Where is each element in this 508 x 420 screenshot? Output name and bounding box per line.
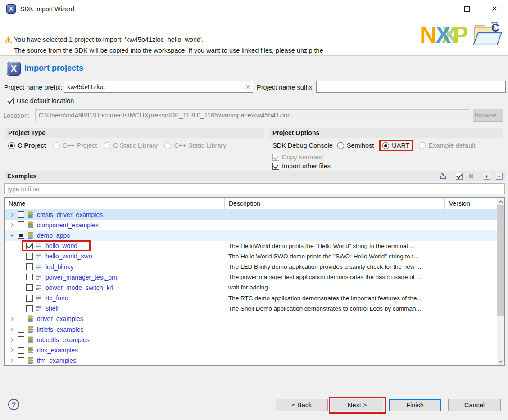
example-row-driver_examples[interactable]: driver_examples (5, 314, 497, 324)
dialog-body: X Import projects Project name prefix: ✕… (0, 56, 508, 420)
option-import-other-files[interactable]: Import other files (272, 163, 503, 170)
console-option-semihost[interactable]: Semihost (337, 142, 374, 149)
example-file-icon (36, 305, 42, 312)
finish-button[interactable]: Finish (389, 399, 441, 411)
column-header-name[interactable]: Name (5, 198, 224, 209)
import-tray-icon[interactable] (439, 172, 448, 181)
chevron-right-icon[interactable] (9, 221, 16, 229)
checkbox-icon (272, 154, 279, 161)
version-cell (444, 314, 497, 324)
chevron-right-icon[interactable] (9, 315, 16, 322)
radio-icon (164, 142, 171, 149)
tree-name-cell: mbedtls_examples (5, 334, 224, 345)
tree-item-label[interactable]: tfm_examples (37, 357, 76, 364)
toolbar-separator (451, 172, 451, 180)
version-cell (444, 282, 497, 293)
project-type-option-c-static-library: C++ Static Library (164, 142, 226, 149)
description-cell: The RTC demo application demonstrates th… (224, 293, 444, 303)
next-button[interactable]: Next > (331, 399, 383, 411)
example-row-demo_apps[interactable]: demo_apps (5, 230, 497, 240)
suffix-input[interactable] (316, 81, 506, 93)
checkbox-icon (18, 211, 24, 218)
chevron-right-icon[interactable] (9, 336, 16, 343)
project-type-option-c-project[interactable]: C Project (8, 142, 46, 149)
warning-message-line1: You have selected 1 project to import: '… (14, 36, 204, 43)
tree-item-label[interactable]: rtos_examples (37, 347, 78, 354)
tree-item-label[interactable]: cmsis_driver_examples (37, 211, 103, 218)
close-button[interactable]: ✕ (484, 0, 505, 18)
scrollbar-thumb[interactable] (497, 205, 504, 316)
example-file-icon (36, 274, 42, 281)
example-row-rtc_func[interactable]: rtc_funcThe RTC demo application demonst… (5, 293, 497, 303)
project-type-title: Project Type (5, 128, 264, 138)
tree-item-label[interactable]: component_examples (37, 221, 99, 229)
clear-prefix-icon[interactable]: ✕ (245, 83, 251, 90)
chevron-right-icon[interactable] (9, 357, 16, 364)
chevron-right-icon[interactable] (9, 326, 16, 333)
example-row-mbedtls_examples[interactable]: mbedtls_examples (5, 334, 497, 345)
maximize-button[interactable] (457, 0, 477, 18)
checkbox-label: Copy sources (282, 154, 322, 161)
tree-item-label[interactable]: driver_examples (37, 315, 83, 322)
tree-item-label[interactable]: demo_apps (37, 232, 70, 239)
column-header-description[interactable]: Description (224, 198, 444, 209)
tree-name-cell: littlefs_examples (5, 324, 224, 334)
tree-item-label[interactable]: hello_world (45, 242, 77, 249)
scroll-down-icon[interactable] (497, 357, 504, 365)
help-button[interactable]: ? (8, 399, 19, 410)
tree-item-label[interactable]: led_blinky (45, 263, 73, 271)
filter-input[interactable] (4, 183, 505, 194)
example-row-hello_world_swo[interactable]: hello_world_swoThe Hello World SWO demo … (5, 251, 497, 262)
radio-label: C++ Project (63, 142, 97, 149)
tree-item-label[interactable]: rtc_func (45, 294, 68, 302)
checkbox-icon (26, 243, 33, 249)
example-row-cmsis_driver_examples[interactable]: cmsis_driver_examples (5, 209, 497, 220)
back-button[interactable]: < Back (276, 399, 328, 411)
tree-item-label[interactable]: mbedtls_examples (37, 336, 90, 343)
prefix-input[interactable] (64, 81, 253, 93)
tree-item-label[interactable]: power_manager_test_bm (45, 274, 117, 281)
c-project-folder-icon: C (472, 21, 504, 50)
minimize-button[interactable] (428, 0, 449, 18)
chevron-right-icon[interactable] (9, 211, 16, 218)
tree-item-label[interactable]: hello_world_swo (45, 253, 92, 260)
tree-item-label[interactable]: shell (45, 305, 59, 312)
example-row-rtos_examples[interactable]: rtos_examples (5, 345, 497, 355)
tree-item-label[interactable]: power_mode_switch_k4 (45, 284, 113, 291)
example-row-power_manager_test_bm[interactable]: power_manager_test_bmThe power manager t… (5, 272, 497, 282)
example-row-littlefs_examples[interactable]: littlefs_examples (5, 324, 497, 334)
version-cell (444, 345, 497, 355)
browse-button: Browse... (473, 109, 503, 122)
checkbox-icon (18, 316, 24, 322)
example-row-hello_world[interactable]: hello_worldThe HelloWorld demo prints th… (5, 241, 497, 251)
version-cell (444, 230, 497, 240)
scroll-up-icon[interactable] (497, 198, 504, 205)
expand-all-icon[interactable]: + (482, 172, 491, 181)
checkbox-label: Import other files (282, 163, 331, 170)
use-default-location-checkbox[interactable]: Use default location (7, 97, 74, 104)
cancel-button[interactable]: Cancel (448, 399, 501, 411)
chevron-down-icon[interactable] (9, 232, 16, 239)
location-value: C:\Users\nxf49881\Documents\MCUXpressoID… (35, 109, 469, 121)
svg-text:C: C (491, 22, 499, 34)
radio-icon (104, 142, 110, 149)
category-icon (27, 326, 34, 333)
console-option-uart[interactable]: UART (379, 140, 413, 151)
warning-icon: ! (5, 36, 12, 45)
column-header-version[interactable]: Version (444, 198, 497, 209)
example-row-power_mode_switch_k4[interactable]: power_mode_switch_k4wait for adding. (5, 282, 497, 293)
tree-name-cell: hello_world (5, 241, 224, 251)
console-option-example-default: Example default (419, 142, 475, 149)
example-row-shell[interactable]: shellThe Shell Demo application demonstr… (5, 303, 497, 314)
collapse-all-icon[interactable]: − (494, 172, 503, 181)
chevron-right-icon[interactable] (9, 347, 16, 354)
svg-text:!: ! (8, 38, 9, 43)
tree-item-label[interactable]: littlefs_examples (37, 326, 84, 333)
example-row-tfm_examples[interactable]: tfm_examples (5, 356, 497, 365)
description-cell (224, 345, 444, 355)
example-row-component_examples[interactable]: component_examples (5, 220, 497, 230)
select-all-icon[interactable] (454, 172, 463, 181)
vertical-scrollbar[interactable] (497, 198, 504, 365)
prefix-label: Project name prefix: (4, 84, 62, 91)
example-row-led_blinky[interactable]: led_blinkyThe LED Blinky demo applicatio… (5, 262, 497, 272)
